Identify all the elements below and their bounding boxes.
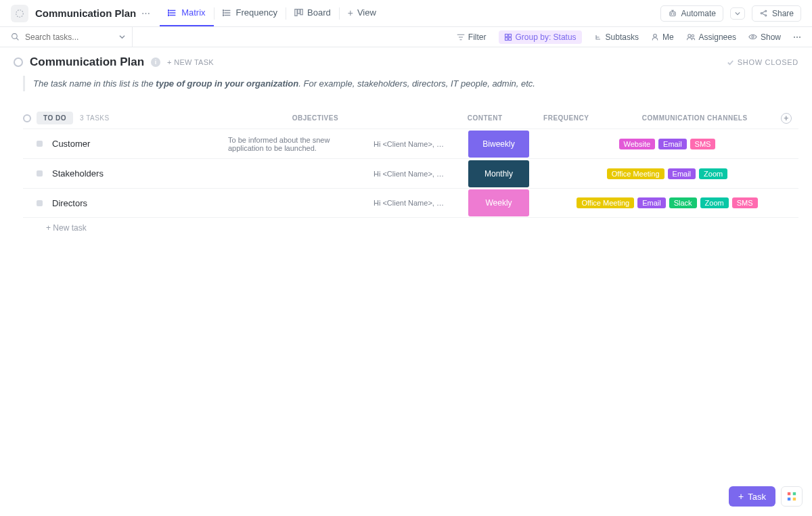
share-label: Share bbox=[772, 9, 794, 18]
channel-tag[interactable]: Website bbox=[619, 139, 656, 149]
channel-tag[interactable]: Office Meeting bbox=[577, 197, 634, 208]
tab-frequency[interactable]: Frequency bbox=[215, 0, 286, 26]
show-button[interactable]: Show bbox=[748, 32, 781, 42]
tab-board[interactable]: Board bbox=[286, 0, 339, 26]
tab-add-view[interactable]: + View bbox=[340, 0, 384, 26]
col-objectives[interactable]: OBJECTIVES bbox=[292, 114, 441, 122]
svg-rect-8 bbox=[298, 9, 300, 14]
more-icon[interactable]: ⋯ bbox=[141, 8, 150, 18]
users-icon bbox=[686, 33, 696, 41]
subtasks-icon bbox=[594, 33, 602, 41]
svg-point-21 bbox=[654, 34, 657, 37]
cell-frequency[interactable]: Monthly bbox=[468, 160, 529, 187]
view-tabs: Matrix Frequency Board + View bbox=[160, 0, 384, 26]
cell-channels[interactable]: Office MeetingEmailZoom bbox=[536, 168, 798, 179]
tab-matrix[interactable]: Matrix bbox=[160, 0, 213, 26]
automate-label: Automate bbox=[681, 9, 716, 18]
svg-rect-17 bbox=[505, 34, 508, 37]
status-square-icon[interactable] bbox=[37, 170, 43, 177]
chevron-down-icon bbox=[119, 34, 125, 40]
task-name[interactable]: Customer bbox=[52, 139, 228, 149]
svg-point-24 bbox=[752, 36, 754, 38]
user-icon bbox=[651, 33, 659, 41]
status-square-icon[interactable] bbox=[37, 141, 43, 147]
page-title[interactable]: Communication Plan bbox=[35, 7, 136, 19]
svg-point-16 bbox=[12, 34, 18, 39]
task-row[interactable]: Stakeholders Hi <Client Name>, … Monthly… bbox=[23, 158, 798, 188]
cell-objectives[interactable]: To be informed about the snew applicatio… bbox=[228, 136, 374, 152]
assignees-button[interactable]: Assignees bbox=[686, 32, 736, 42]
svg-point-4 bbox=[223, 9, 224, 11]
add-column-button[interactable]: + bbox=[781, 113, 792, 124]
svg-rect-20 bbox=[508, 37, 511, 40]
plus-icon: + bbox=[348, 7, 353, 18]
col-frequency[interactable]: FREQUENCY bbox=[529, 114, 604, 122]
share-button[interactable]: Share bbox=[752, 5, 801, 22]
cell-frequency[interactable]: Biweekly bbox=[468, 131, 529, 158]
more-icon[interactable]: ⋯ bbox=[793, 32, 801, 42]
tab-label: View bbox=[357, 7, 376, 18]
me-button[interactable]: Me bbox=[651, 32, 674, 42]
cell-channels[interactable]: WebsiteEmailSMS bbox=[536, 139, 798, 149]
section-header: Communication Plan i + NEW TASK SHOW CLO… bbox=[14, 55, 798, 69]
status-group-label[interactable]: TO DO bbox=[37, 112, 73, 124]
group-by-button[interactable]: Group by: Status bbox=[499, 30, 582, 44]
channel-tag[interactable]: SMS bbox=[732, 197, 758, 208]
filter-icon bbox=[457, 33, 465, 41]
channel-tag[interactable]: Office Meeting bbox=[607, 168, 664, 179]
subtasks-button[interactable]: Subtasks bbox=[594, 32, 639, 42]
new-task-bottom[interactable]: + New task bbox=[46, 223, 798, 233]
svg-point-11 bbox=[671, 14, 671, 14]
channel-tag[interactable]: SMS bbox=[690, 139, 716, 149]
channel-tag[interactable]: Slack bbox=[669, 197, 697, 208]
group-icon bbox=[504, 33, 512, 41]
filter-button[interactable]: Filter bbox=[457, 32, 487, 42]
channel-tag[interactable]: Zoom bbox=[699, 168, 727, 179]
task-name[interactable]: Directors bbox=[52, 198, 228, 208]
task-row[interactable]: Customer To be informed about the snew a… bbox=[23, 128, 798, 158]
svg-point-2 bbox=[168, 12, 169, 14]
channel-tag[interactable]: Email bbox=[668, 168, 696, 179]
task-count: 3 TASKS bbox=[80, 114, 110, 122]
task-table: TO DO 3 TASKS OBJECTIVES CONTENT FREQUEN… bbox=[23, 112, 798, 233]
cell-content[interactable]: Hi <Client Name>, … bbox=[374, 199, 461, 207]
chevron-down-icon bbox=[735, 11, 740, 16]
automate-button[interactable]: Automate bbox=[660, 5, 723, 22]
status-square-icon[interactable] bbox=[37, 200, 43, 206]
new-task-button[interactable]: + NEW TASK bbox=[167, 58, 214, 66]
task-name[interactable]: Stakeholders bbox=[52, 168, 228, 179]
cell-frequency[interactable]: Weekly bbox=[468, 189, 529, 216]
svg-point-23 bbox=[692, 34, 694, 37]
info-icon[interactable]: i bbox=[151, 57, 160, 67]
toolbar: Filter Group by: Status Subtasks Me Assi… bbox=[0, 27, 812, 47]
section-title[interactable]: Communication Plan bbox=[30, 55, 144, 69]
search-icon bbox=[11, 32, 20, 41]
search-input[interactable] bbox=[25, 32, 93, 42]
board-icon bbox=[294, 8, 303, 17]
svg-point-14 bbox=[765, 10, 767, 11]
eye-icon bbox=[748, 32, 757, 41]
svg-point-13 bbox=[761, 12, 762, 14]
cell-channels[interactable]: Office MeetingEmailSlackZoomSMS bbox=[536, 197, 798, 208]
tab-label: Frequency bbox=[236, 7, 277, 18]
list-view-icon bbox=[223, 8, 232, 18]
search-dropdown[interactable] bbox=[119, 34, 125, 40]
channel-tag[interactable]: Zoom bbox=[700, 197, 729, 208]
svg-point-0 bbox=[16, 9, 24, 17]
automate-dropdown[interactable] bbox=[730, 7, 745, 20]
robot-icon bbox=[668, 9, 677, 18]
svg-rect-9 bbox=[300, 9, 302, 15]
show-closed-button[interactable]: SHOW CLOSED bbox=[727, 58, 798, 66]
col-channels[interactable]: COMMUNICATION CHANNELS bbox=[617, 114, 773, 122]
col-content[interactable]: CONTENT bbox=[441, 114, 529, 122]
svg-point-22 bbox=[687, 34, 690, 37]
list-view-icon bbox=[168, 8, 177, 18]
cell-content[interactable]: Hi <Client Name>, … bbox=[374, 170, 461, 178]
collapse-icon[interactable] bbox=[23, 114, 31, 122]
channel-tag[interactable]: Email bbox=[637, 197, 666, 208]
svg-rect-7 bbox=[295, 9, 297, 16]
cell-content[interactable]: Hi <Client Name>, … bbox=[374, 140, 461, 148]
channel-tag[interactable]: Email bbox=[658, 139, 687, 149]
task-row[interactable]: Directors Hi <Client Name>, … Weekly Off… bbox=[23, 188, 798, 218]
status-circle-icon[interactable] bbox=[14, 57, 23, 67]
